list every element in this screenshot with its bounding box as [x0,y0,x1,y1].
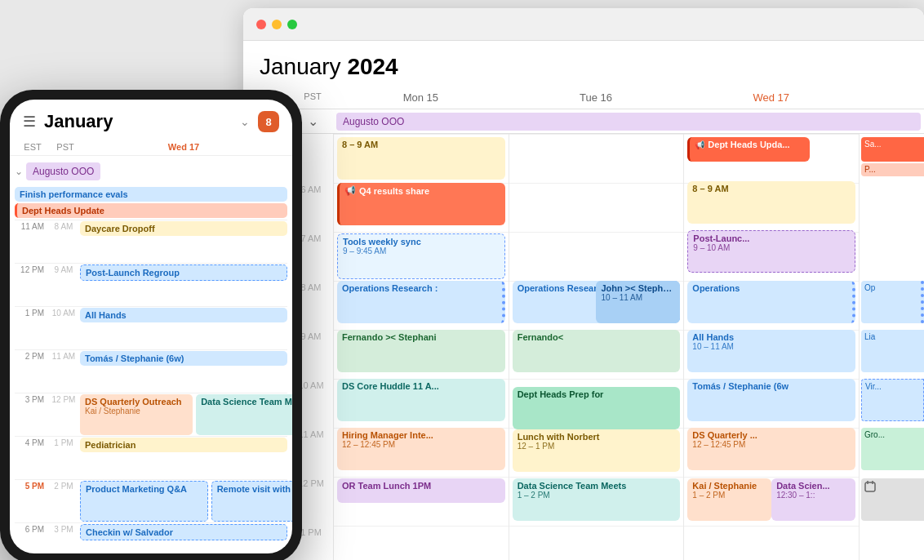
mobile-post-launch[interactable]: Post-Launch Regroup [80,264,287,281]
mobile-label-3pm: 3 PM [15,393,47,436]
mobile-dept-heads-event[interactable]: Dept Heads Update [15,203,287,218]
mobile-events-10am: All Hands [80,307,287,349]
desktop-window: January 2024 EST PST Mon 15 Tue 16 Wed 1… [243,8,924,560]
event-ops-research-mon[interactable]: Operations Research : [337,281,505,323]
time-grid: 9 AM 10 AM 11 AM 12 PM 1 PM 2 PM 3 PM 4 … [243,134,924,560]
close-button[interactable] [256,20,266,29]
calendar-title: January 2024 [260,54,908,80]
mobile-events-9am: Post-Launch Regroup [80,264,287,306]
mobile-checkin[interactable]: Checkin w/ Salvador [80,524,287,540]
event-lunch-norbert[interactable]: Lunch with Norbert 12 – 1 PM [513,429,681,472]
all-day-row: ⌄ Augusto OOO [243,109,924,134]
event-data-scien-wed[interactable]: Data Scien... 12:30 – 1:: [771,478,855,521]
notification-badge: 8 [258,111,279,132]
event-tomas-wed[interactable]: Tomás / Stephanie (6w [687,379,855,421]
mobile-phone: ☰ January ⌄ 8 EST PST Wed 17 ⌄ Augusto O… [0,90,302,560]
event-virtual-partial[interactable]: Vir... [861,379,924,421]
mobile-events-12pm: DS Quarterly Outreach Kai / Stephanie Da… [80,393,292,436]
day-col-wed17: 📢 Dept Heads Upda... 8 – 9 AM Post-Launc… [683,134,859,560]
mobile-all-day-row: ⌄ Augusto OOO [15,159,287,184]
event-all-hands-wed[interactable]: All Hands 10 – 11 AM [687,330,855,372]
day-header-mon15: Mon 15 [333,87,509,109]
day-col-mon15: 8 – 9 AM 📢 Q4 results share Tools weekly… [333,134,509,560]
mobile-events-3pm: Checkin w/ Salvador [80,523,287,553]
mobile-ds-outreach[interactable]: DS Quarterly Outreach Kai / Stephanie [80,394,193,435]
mobile-finish-evals[interactable]: Finish performance evals [15,187,287,202]
event-dept-heads-wed[interactable]: 📢 Dept Heads Upda... [687,137,810,162]
calendar-year: 2024 [347,54,398,79]
mobile-header: ☰ January ⌄ 8 [10,100,292,139]
mobile-daycare[interactable]: Daycare Dropoff [80,221,287,236]
mobile-row-6pm: 6 PM 3 PM Checkin w/ Salvador [15,522,287,553]
event-tools-sync[interactable]: Tools weekly sync 9 – 9:45 AM [337,233,505,279]
mobile-pst-12pm: 12 PM [47,393,80,436]
mobile-events-8am: Daycare Dropoff [80,220,287,263]
event-fernando-tue[interactable]: Fernando< [513,330,681,372]
mobile-pst-8am: 8 AM [47,220,80,263]
event-ds-quarterly-wed[interactable]: DS Quarterly ... 12 – 12:45 PM [687,428,855,470]
mobile-product-marketing[interactable]: Product Marketing Q&A [80,481,208,522]
day-header-tue16: Tue 16 [509,87,684,109]
event-kai-steph-wed[interactable]: Kai / Stephanie 1 – 2 PM [687,478,771,521]
day-header-extra [859,87,924,109]
mobile-finish-evals-event[interactable]: Finish performance evals [15,187,287,202]
maximize-button[interactable] [287,20,297,29]
mobile-row-1pm: 1 PM 10 AM All Hands [15,306,287,349]
mobile-events-1pm: Pediatrician [80,437,287,479]
event-partial-end[interactable] [861,478,924,521]
mobile-pst-1pm: 1 PM [47,437,80,479]
mobile-row-5pm: 5 PM 2 PM Product Marketing Q&A Remote v… [15,479,287,522]
collapse-icon[interactable]: ⌄ [15,166,23,177]
augusto-ooo-event[interactable]: Augusto OOO [336,113,921,131]
event-lia-partial[interactable]: Lia [861,330,924,372]
mobile-tomas[interactable]: Tomás / Stephanie (6w) [80,351,287,366]
event-op-partial[interactable]: Op [861,281,924,323]
event-post-launch-wed[interactable]: Post-Launc... 9 – 10 AM [687,230,855,273]
mobile-events-11am: Tomás / Stephanie (6w) [80,350,287,393]
svg-rect-0 [865,482,875,491]
event-partial-p[interactable]: P... [861,163,924,176]
event-8am-wed[interactable]: 8 – 9 AM [687,181,855,224]
event-q4-results[interactable]: 📢 Q4 results share [337,183,505,225]
mobile-all-hands[interactable]: All Hands [80,308,287,322]
event-gro-partial[interactable]: Gro... [861,428,924,470]
event-partial-sa[interactable]: Sa... [861,137,924,162]
mobile-pst-2pm: 2 PM [47,480,80,522]
event-ds-team-meets-tue[interactable]: Data Science Team Meets 1 – 2 PM [513,478,681,521]
mobile-dept-heads[interactable]: Dept Heads Update [15,203,287,218]
mobile-remote-visit[interactable]: Remote visit with NP (Stafford) [211,481,292,522]
hamburger-icon[interactable]: ☰ [23,113,36,131]
mobile-row-4pm: 4 PM 1 PM Pediatrician [15,436,287,479]
mobile-pst-9am: 9 AM [47,264,80,306]
event-hiring-mgr[interactable]: Hiring Manager Inte... 12 – 12:45 PM [337,428,505,470]
event-8am-mon15[interactable]: 8 – 9 AM [337,137,505,180]
mobile-augusto-ooo[interactable]: Augusto OOO [26,162,100,180]
time-grid-container[interactable]: 9 AM 10 AM 11 AM 12 PM 1 PM 2 PM 3 PM 4 … [243,134,924,560]
window-titlebar [243,8,924,41]
mobile-row-12pm: 12 PM 9 AM Post-Launch Regroup [15,263,287,306]
mobile-screen: ☰ January ⌄ 8 EST PST Wed 17 ⌄ Augusto O… [10,100,292,553]
day-headers: EST PST Mon 15 Tue 16 Wed 17 [243,87,924,109]
event-or-team-lunch[interactable]: OR Team Lunch 1PM [337,478,505,503]
day-col-tue16: Operations Research : John >< Stephanie … [509,134,684,560]
mobile-pediatrician[interactable]: Pediatrician [80,438,287,452]
calendar-header: January 2024 [243,41,924,87]
mobile-row-3pm: 3 PM 12 PM DS Quarterly Outreach Kai / S… [15,393,287,436]
tz-header-pst: PST [292,87,333,109]
mobile-day-header: EST PST Wed 17 [10,139,292,156]
mobile-scroll-area[interactable]: ⌄ Augusto OOO Finish performance evals D… [10,156,292,553]
mobile-label-5pm: 5 PM [15,480,47,522]
event-dept-heads-prep[interactable]: Dept Heads Prep for [513,387,681,429]
event-john-stephanie[interactable]: John >< Stephanie ... 10 – 11 AM [596,281,680,323]
mobile-label-6pm: 6 PM [15,523,47,553]
mobile-time-grid: 11 AM 8 AM Daycare Dropoff 12 PM 9 AM Po… [15,220,287,553]
mobile-data-science-meets[interactable]: Data Science Team Meets [196,394,292,435]
event-ds-core[interactable]: DS Core Huddle 11 A... [337,379,505,421]
day-header-wed17: Wed 17 [683,87,859,109]
calendar-icon [864,481,876,492]
event-fernando-mon[interactable]: Fernando >< Stephani [337,330,505,372]
mobile-label-2pm: 2 PM [15,350,47,393]
mobile-pst-10am: 10 AM [47,307,80,349]
event-ops-wed[interactable]: Operations [687,281,855,323]
minimize-button[interactable] [272,20,282,29]
